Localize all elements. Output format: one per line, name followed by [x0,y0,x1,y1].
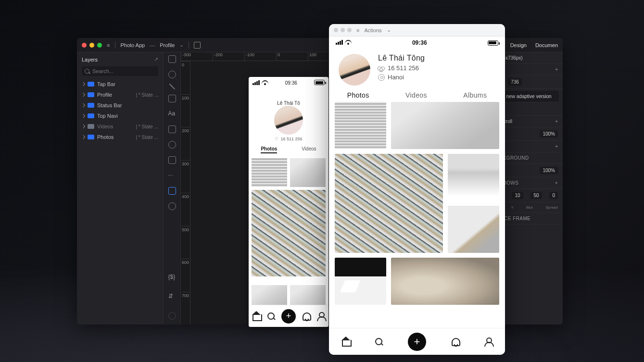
divider [189,42,189,49]
photo-thumb[interactable] [252,158,287,187]
plus-icon[interactable]: + [555,144,558,149]
home-icon[interactable] [341,337,351,347]
more-tool-icon[interactable]: ··· [168,172,176,179]
bell-icon[interactable] [301,312,311,321]
photo-thumb[interactable] [335,154,443,253]
tab-photos[interactable]: Photos [347,91,369,99]
rectangle-tool-icon[interactable] [168,55,176,63]
artboard-phone-small[interactable]: 09:36 Lê Thái Tô ♡ 16 511 256 Photos Vid… [249,77,328,327]
profile-icon[interactable] [483,337,493,347]
tab-videos[interactable]: Videos [405,91,427,99]
photos-grid[interactable] [329,102,505,328]
polygon-tool-icon[interactable] [168,95,176,102]
home-icon[interactable] [252,312,261,321]
close-icon[interactable] [82,43,87,48]
mask-tool-icon[interactable] [168,141,176,149]
layer-item-status-bar[interactable]: Status Bar [77,100,163,111]
search-icon[interactable] [266,312,276,321]
window-traffic-lights[interactable] [82,43,102,48]
bell-icon[interactable] [450,337,460,347]
find-tool-icon[interactable] [168,202,176,210]
location-pin-icon [378,74,385,81]
image-tool-icon[interactable] [168,125,176,133]
tab-photos[interactable]: Photos [261,146,277,153]
document-title[interactable]: Profile [160,42,175,48]
layers-panel-header: Layers ↗ [77,52,163,66]
layer-item-top-navi[interactable]: Top Navi [77,111,163,121]
export-tool-icon[interactable] [168,156,176,164]
chevron-down-icon[interactable]: ⌄ [387,27,391,33]
window-traffic-lights[interactable] [334,28,352,32]
text-tool-icon[interactable]: Aa [168,110,176,118]
layer-item-videos[interactable]: Videos | * State ... [77,121,163,132]
layer-name: Top Navi [97,113,118,119]
photo-thumb[interactable] [335,258,386,305]
profile-avatar[interactable] [274,106,303,135]
layers-stack-icon[interactable] [168,312,176,320]
editor-top-nav: Design Documen [510,42,558,48]
layer-item-profile[interactable]: Profile | * State ... [77,89,163,100]
height-value[interactable]: 736 [508,78,522,86]
profile-name: Lê Thái Tông [378,54,425,62]
hamburger-icon[interactable]: ≡ [107,42,110,48]
add-button[interactable]: + [281,309,296,324]
profile-icon[interactable] [316,312,326,321]
clock: 09:36 [412,39,427,46]
tab-bar: + [329,328,505,355]
actions-menu-label[interactable]: Actions [364,27,381,33]
chevron-right-icon [81,114,85,118]
actions-titlebar[interactable]: ≡ Actions ⌄ [329,24,505,37]
minimize-icon[interactable] [89,43,94,48]
chevron-down-icon[interactable]: ⌄ [179,42,184,48]
profile-avatar[interactable] [339,54,370,86]
ellipse-tool-icon[interactable] [168,71,176,78]
shadow-blur[interactable]: 50 [530,192,542,199]
location-text: Hanoi [388,74,404,81]
photo-thumb[interactable] [391,102,499,149]
layer-item-photos[interactable]: Photos | * State ... [77,132,163,142]
layer-state: | * State ... [136,135,158,140]
nav-documents[interactable]: Documen [535,42,558,48]
photos-grid[interactable] [249,155,328,317]
shadow-spread[interactable]: 0 [549,192,558,199]
add-button[interactable]: + [408,333,426,351]
tab-videos[interactable]: Videos [302,146,316,153]
collapse-icon[interactable]: ↗ [154,56,158,62]
profile-tabs: Photos Videos [249,144,328,155]
layer-name: Photos [97,134,114,140]
chevron-right-icon [81,103,85,107]
maximize-icon[interactable] [97,43,102,48]
search-icon[interactable] [374,337,384,347]
layers-label: Layers [82,57,98,62]
hamburger-icon[interactable]: ≡ [356,27,359,33]
plus-icon[interactable]: + [555,119,558,124]
plus-icon[interactable]: + [555,67,558,72]
nav-design[interactable]: Design [510,42,527,48]
chevron-right-icon [81,135,85,139]
photo-thumb[interactable] [448,154,499,201]
ruler-tick: 100 [181,94,190,127]
photo-thumb[interactable] [335,102,386,149]
grid-tool-icon[interactable] [168,187,176,195]
layer-name: Videos [97,124,113,129]
photo-thumb[interactable] [252,190,326,276]
layer-item-tap-bar[interactable]: Tap Bar [77,79,163,89]
plus-icon[interactable]: + [555,180,558,186]
heart-icon [378,65,385,72]
tab-albums[interactable]: Albums [463,91,487,99]
json-indicator-icon[interactable]: {$} [168,274,176,281]
photo-thumb[interactable] [290,158,326,187]
bg-pct[interactable]: 100% [540,167,558,174]
layers-search-input[interactable]: Search... [82,66,158,76]
ruler-tick: 600 [181,259,190,292]
photo-thumb[interactable] [448,206,499,253]
shadow-y[interactable]: 10 [512,192,523,199]
tree-icon[interactable]: ⇵ [168,293,176,300]
ruler-tick: 400 [181,193,190,226]
ruler-tick: 200 [181,127,190,160]
photo-thumb[interactable] [391,258,499,305]
line-tool-icon[interactable] [169,84,175,89]
artboard-thumbnail-icon[interactable] [194,42,201,49]
opacity-value[interactable]: 100% [540,130,558,137]
layer-name: Status Bar [97,102,122,108]
